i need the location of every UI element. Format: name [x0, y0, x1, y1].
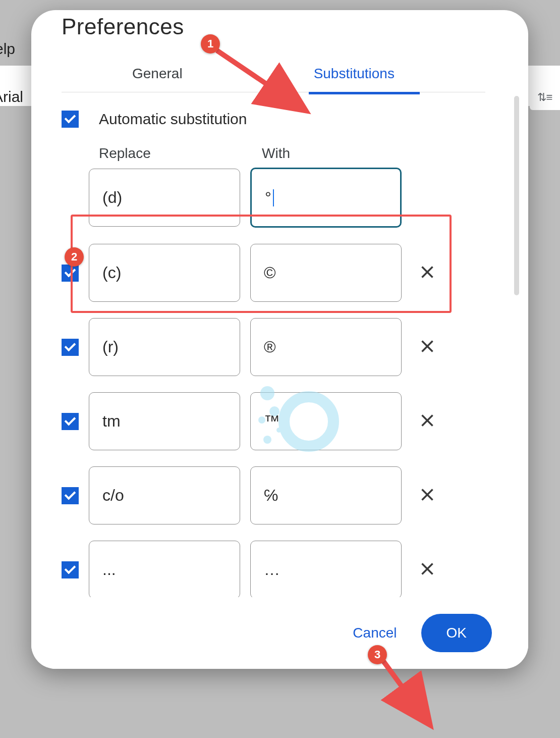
replace-input[interactable]: (c) — [89, 244, 240, 302]
delete-row-button[interactable] — [415, 410, 440, 432]
delete-row-button[interactable] — [415, 559, 440, 581]
cancel-button[interactable]: Cancel — [342, 617, 408, 649]
active-tab-indicator — [309, 92, 420, 94]
table-row: (c)© — [62, 244, 498, 302]
dialog-footer: Cancel OK — [31, 597, 528, 669]
delete-row-button[interactable] — [415, 336, 440, 358]
text-caret — [273, 189, 274, 206]
replace-input[interactable]: ... — [89, 541, 240, 597]
preferences-dialog: Preferences General Substitutions Automa… — [31, 10, 528, 669]
row-checkbox[interactable] — [62, 413, 79, 430]
column-header-with: With — [262, 145, 290, 162]
table-row: (r)® — [62, 318, 498, 376]
with-input[interactable]: ℅ — [250, 466, 402, 524]
new-with-input[interactable]: ° — [250, 168, 402, 228]
close-icon — [420, 562, 434, 576]
scrollbar-thumb[interactable] — [514, 96, 519, 295]
delete-row-button[interactable] — [415, 485, 440, 506]
annotation-arrow-3 — [383, 661, 428, 722]
ok-button[interactable]: OK — [421, 614, 492, 652]
background-font-name: Arial — [0, 88, 23, 106]
close-icon — [420, 488, 434, 502]
with-input[interactable]: ® — [250, 318, 402, 376]
delete-row-button[interactable] — [415, 262, 440, 284]
with-input[interactable]: … — [250, 541, 402, 597]
close-icon — [420, 265, 434, 279]
replace-input[interactable]: c/o — [89, 466, 240, 524]
close-icon — [420, 339, 434, 353]
new-replace-input[interactable]: (d) — [89, 169, 240, 227]
replace-input[interactable]: (r) — [89, 318, 240, 376]
row-checkbox[interactable] — [62, 339, 79, 356]
close-icon — [420, 413, 434, 428]
replace-input[interactable]: tm — [89, 392, 240, 450]
tab-bar: General Substitutions — [62, 59, 485, 92]
table-row: tm™ — [62, 392, 498, 450]
dialog-title: Preferences — [62, 14, 498, 39]
column-header-replace: Replace — [99, 145, 262, 162]
row-checkbox[interactable] — [62, 561, 79, 578]
new-substitution-row: (d) ° — [62, 168, 498, 228]
background-menu-help: elp — [0, 40, 15, 58]
automatic-substitution-label: Automatic substitution — [99, 111, 247, 128]
automatic-substitution-checkbox[interactable] — [62, 111, 79, 128]
with-input[interactable]: © — [250, 244, 402, 302]
table-row: c/o℅ — [62, 466, 498, 524]
tab-substitutions[interactable]: Substitutions — [299, 59, 410, 92]
table-row: ...… — [62, 541, 498, 597]
line-spacing-icon: ⇅≡ — [530, 85, 560, 110]
row-checkbox[interactable] — [62, 487, 79, 504]
with-input[interactable]: ™ — [250, 392, 402, 450]
tab-general[interactable]: General — [117, 59, 198, 92]
row-checkbox[interactable] — [62, 265, 79, 282]
